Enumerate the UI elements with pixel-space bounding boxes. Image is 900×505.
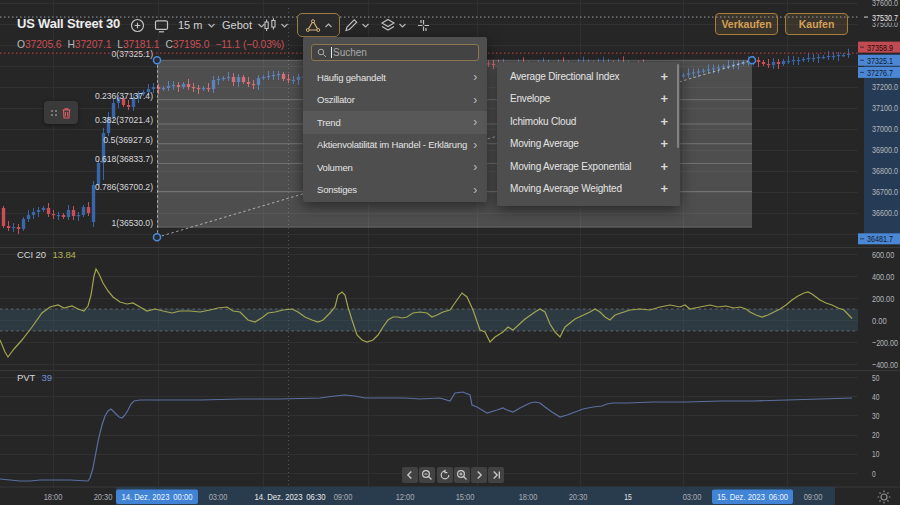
menu-item-1[interactable]: Oszillator› — [303, 89, 487, 112]
scroll-right-button[interactable] — [471, 467, 487, 483]
add-indicator-icon[interactable]: + — [661, 181, 668, 196]
submenu-arrow-icon: › — [473, 185, 477, 195]
menu-item-3[interactable]: Aktienvolatilität im Handel - Erklärung› — [303, 134, 487, 157]
submenu-item-0[interactable]: Average Directional Index+ — [497, 65, 680, 88]
fib-level-label: 0.786(36700.2) — [95, 181, 153, 192]
drag-handle-icon[interactable] — [49, 107, 59, 119]
indicator-list: Average Directional Index+Envelope+Ichim… — [497, 65, 680, 200]
add-indicator-icon[interactable]: + — [661, 69, 668, 84]
anchor-price-badge-label: 37276.7 — [867, 67, 893, 78]
layout-split-button[interactable] — [412, 13, 435, 37]
menu-item-label: Aktienvolatilität im Handel - Erklärung — [317, 139, 467, 150]
open-value: 37205.6 — [25, 39, 62, 50]
cci-band — [0, 309, 858, 331]
price-tick-label: 36700.0 — [872, 186, 898, 197]
go-to-end-button[interactable] — [488, 467, 504, 483]
submenu-arrow-icon: › — [473, 117, 477, 127]
menu-item-0[interactable]: Häufig gehandelt› — [303, 66, 487, 89]
time-range-chip-label: 15. Dez. 2023 06:00 — [717, 492, 788, 502]
price-tick-label: 36900.0 — [872, 144, 898, 155]
zoom-out-button[interactable] — [419, 467, 435, 483]
cci-tick-label: 200.00 — [872, 293, 894, 304]
drawing-floating-toolbar — [44, 101, 78, 124]
submenu-item-label: Average Directional Index — [510, 71, 619, 82]
submenu-item-4[interactable]: Moving Average Exponential+ — [497, 155, 680, 178]
interval-select[interactable]: 15 m — [172, 13, 219, 37]
symbol-title[interactable]: US Wall Street 30 — [17, 16, 120, 31]
screenshot-button[interactable] — [150, 13, 173, 37]
object-tree-button[interactable] — [377, 13, 410, 37]
pvt-pane-title: PVT 39 — [17, 372, 52, 383]
zoom-out-icon — [421, 469, 433, 481]
chart-toolbar: US Wall Street 30 15 m Gebot — [0, 0, 710, 40]
pvt-tick-label: 0 — [872, 468, 876, 479]
submenu-item-1[interactable]: Envelope+ — [497, 88, 680, 111]
add-indicator-icon[interactable]: + — [661, 114, 668, 129]
cci-tick-label: 600.00 — [872, 249, 894, 260]
submenu-item-2[interactable]: Ichimoku Cloud+ — [497, 110, 680, 133]
time-tick-label: 20:30 — [94, 492, 113, 502]
time-axis[interactable]: 14. Dez. 2023 00:0015. Dez. 2023 06:0018… — [44, 487, 835, 505]
anchor-price-badge-label: 37325.1 — [867, 55, 893, 66]
price-tick-label: 37200.0 — [872, 81, 898, 92]
submenu-item-label: Ichimoku Cloud — [510, 116, 576, 127]
chart-nav-bar — [402, 467, 506, 483]
search-icon — [317, 48, 327, 58]
submenu-item-5[interactable]: Moving Average Weighted+ — [497, 178, 680, 201]
price-tick-label: 37600.0 — [872, 0, 898, 8]
pvt-tick-label: 50 — [872, 372, 879, 383]
submenu-item-3[interactable]: Moving Average+ — [497, 133, 680, 156]
scroll-left-button[interactable] — [402, 467, 418, 483]
pvt-title[interactable]: PVT — [17, 372, 35, 383]
reset-icon — [439, 469, 451, 481]
indicator-categories: Häufig gehandelt›Oszillator›Trend›Aktien… — [303, 66, 487, 201]
trash-icon[interactable] — [60, 106, 73, 120]
indicators-button[interactable] — [297, 13, 340, 37]
fib-anchor-handle[interactable] — [154, 57, 161, 64]
time-tick-label: 18:00 — [519, 492, 538, 502]
compare-add-button[interactable] — [126, 13, 149, 37]
indicator-search-input[interactable] — [333, 47, 463, 58]
submenu-arrow-icon: › — [473, 140, 477, 150]
sell-button[interactable]: Verkaufen — [715, 13, 778, 35]
cci-tick-label: −200.00 — [872, 337, 898, 348]
indicators-submenu: Average Directional Index+Envelope+Ichim… — [497, 62, 680, 206]
time-tick-label: 15 — [624, 492, 632, 502]
menu-item-2[interactable]: Trend› — [303, 111, 487, 134]
chart-type-select[interactable] — [259, 13, 292, 37]
submenu-scrollbar[interactable] — [677, 64, 679, 148]
cci-pane-title: CCI 20 13.84 — [17, 249, 76, 260]
chevron-right-icon — [473, 469, 485, 481]
add-indicator-icon[interactable]: + — [661, 91, 668, 106]
cci-tick-label: 0.00 — [872, 315, 887, 326]
timezone-settings-gear-icon[interactable] — [876, 489, 892, 505]
pvt-tick-label: 30 — [872, 410, 879, 421]
menu-item-5[interactable]: Sonstiges› — [303, 179, 487, 202]
add-indicator-icon[interactable]: + — [661, 159, 668, 174]
cci-title[interactable]: CCI 20 — [17, 249, 46, 260]
anchor-price-badge-label: 36481.7 — [867, 233, 893, 244]
zoom-in-button[interactable] — [454, 467, 470, 483]
indicator-search-field[interactable] — [311, 44, 479, 61]
time-tick-label: 03:00 — [209, 492, 228, 502]
menu-item-4[interactable]: Volumen› — [303, 156, 487, 179]
submenu-arrow-icon: › — [473, 72, 477, 82]
buy-button[interactable]: Kaufen — [785, 13, 848, 35]
time-tick-label: 14. Dez. 2023 06:30 — [254, 492, 325, 502]
reset-chart-button[interactable] — [437, 467, 453, 483]
pencil-icon — [343, 17, 359, 33]
fib-anchor-handle[interactable] — [749, 57, 756, 64]
add-indicator-icon[interactable]: + — [661, 136, 668, 151]
close-value: 37195.0 — [173, 39, 210, 50]
price-tick-label: 36600.0 — [872, 207, 898, 218]
split-layout-icon — [415, 17, 432, 34]
drawing-tools-button[interactable] — [340, 13, 373, 37]
text-cursor — [331, 47, 332, 58]
price-level-label: 37530.7 — [872, 12, 898, 23]
high-label: H — [67, 39, 74, 50]
price-tick-label: 37000.0 — [872, 123, 898, 134]
time-tick-label: 09:00 — [334, 492, 353, 502]
chevron-left-icon — [404, 469, 416, 481]
time-tick-label: 18:00 — [44, 492, 63, 502]
fib-anchor-handle[interactable] — [154, 234, 161, 241]
